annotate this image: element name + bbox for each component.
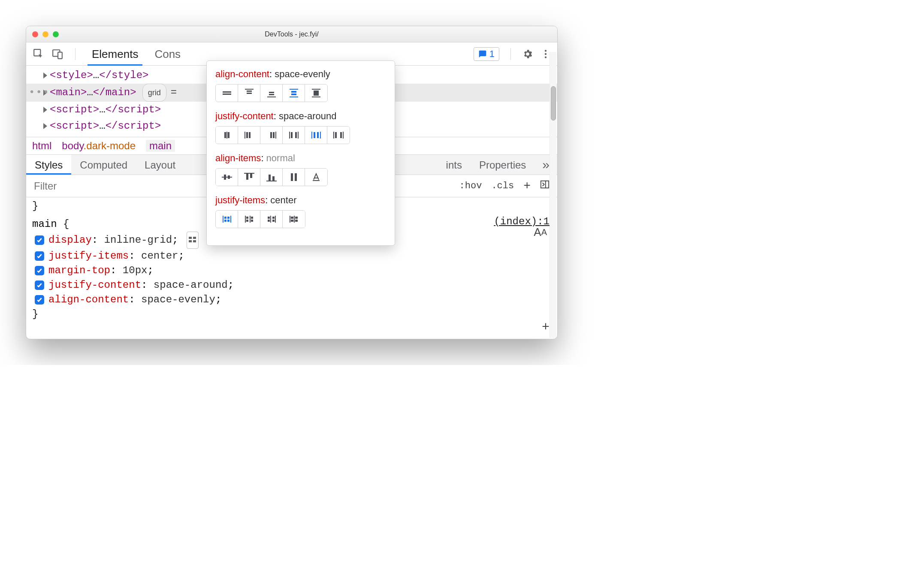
justify-content-option-5-icon[interactable] bbox=[327, 127, 350, 144]
mac-titlebar: DevTools - jec.fyi/ bbox=[26, 26, 557, 42]
expand-caret-icon[interactable] bbox=[43, 72, 47, 78]
feedback-button[interactable]: 1 bbox=[474, 47, 499, 61]
svg-rect-36 bbox=[289, 132, 290, 139]
align-content-option-0-icon[interactable] bbox=[216, 84, 238, 102]
new-style-rule-button[interactable]: + bbox=[523, 179, 531, 193]
css-property: align-content bbox=[48, 294, 129, 305]
inspect-element-icon[interactable] bbox=[33, 48, 44, 60]
svg-rect-67 bbox=[246, 220, 248, 222]
justify-items-option-3-icon[interactable] bbox=[283, 211, 305, 228]
subtab-properties[interactable]: Properties bbox=[471, 155, 534, 175]
checkbox-icon[interactable] bbox=[35, 235, 44, 245]
subtab-computed[interactable]: Computed bbox=[71, 155, 136, 175]
svg-rect-49 bbox=[224, 175, 226, 180]
svg-rect-43 bbox=[320, 132, 321, 139]
toggle-computed-sidebar-icon[interactable] bbox=[540, 180, 550, 192]
expand-caret-icon[interactable] bbox=[43, 123, 47, 129]
svg-rect-79 bbox=[291, 220, 293, 222]
svg-rect-35 bbox=[275, 132, 276, 139]
svg-point-3 bbox=[545, 50, 547, 51]
expand-caret-icon[interactable] bbox=[43, 107, 47, 113]
justify-items-option-1-icon[interactable] bbox=[238, 211, 260, 228]
hov-toggle[interactable]: :hov bbox=[459, 181, 482, 191]
source-link[interactable]: (index):1 bbox=[494, 214, 550, 229]
svg-rect-68 bbox=[250, 216, 251, 223]
crumb-html[interactable]: html bbox=[32, 140, 51, 152]
vertical-scrollbar[interactable] bbox=[550, 52, 556, 338]
scrollbar-thumb-icon[interactable] bbox=[551, 86, 556, 121]
popup-prop: justify-content bbox=[215, 111, 274, 121]
svg-rect-71 bbox=[270, 216, 271, 223]
justify-content-option-1-icon[interactable] bbox=[238, 127, 260, 144]
settings-gear-icon[interactable] bbox=[522, 48, 533, 60]
closing-brace: } bbox=[32, 307, 551, 322]
crumb-body[interactable]: body.dark-mode bbox=[62, 140, 136, 152]
css-value: center bbox=[141, 250, 178, 262]
align-items-option-1-icon[interactable] bbox=[238, 169, 260, 186]
svg-rect-11 bbox=[193, 240, 196, 242]
grid-editor-popup: align-content: space-evenlyjustify-conte… bbox=[206, 60, 395, 246]
svg-rect-6 bbox=[541, 181, 549, 188]
justify-content-option-3-icon[interactable] bbox=[283, 127, 305, 144]
align-items-option-3-icon[interactable] bbox=[283, 169, 305, 186]
svg-rect-8 bbox=[189, 237, 192, 239]
justify-content-option-2-icon[interactable] bbox=[260, 127, 283, 144]
align-content-option-2-icon[interactable] bbox=[260, 84, 283, 102]
justify-items-option-0-icon[interactable] bbox=[216, 211, 238, 228]
justify-items-option-2-icon[interactable] bbox=[260, 211, 283, 228]
popup-section-align-content: align-content: space-evenly bbox=[215, 69, 386, 102]
align-items-option-0-icon[interactable] bbox=[216, 169, 238, 186]
add-declaration-button[interactable]: + bbox=[542, 320, 550, 335]
css-property: justify-content bbox=[48, 279, 141, 291]
align-items-option-2-icon[interactable] bbox=[260, 169, 283, 186]
popup-label: justify-content: space-around bbox=[215, 111, 386, 122]
toggle-device-toolbar-icon[interactable] bbox=[52, 48, 63, 60]
svg-rect-73 bbox=[268, 220, 270, 222]
declaration-row[interactable]: justify-content: space-around; bbox=[32, 278, 551, 293]
svg-rect-10 bbox=[189, 240, 192, 242]
justify-content-option-0-icon[interactable] bbox=[216, 127, 238, 144]
align-content-option-4-icon[interactable] bbox=[305, 84, 327, 102]
align-items-option-4-icon[interactable] bbox=[305, 169, 327, 186]
declaration-row[interactable]: justify-items: center; bbox=[32, 249, 551, 263]
svg-rect-65 bbox=[245, 216, 246, 223]
svg-rect-12 bbox=[223, 91, 231, 93]
popup-section-justify-items: justify-items: center bbox=[215, 195, 386, 228]
declaration-row[interactable]: align-content: space-evenly; bbox=[32, 293, 551, 307]
overflow-ellipsis-icon[interactable]: ••• bbox=[29, 84, 50, 101]
dom-tag-open: <script> bbox=[50, 102, 99, 118]
svg-rect-40 bbox=[311, 132, 312, 139]
svg-rect-46 bbox=[340, 132, 342, 138]
grid-editor-icon[interactable] bbox=[187, 232, 199, 249]
feedback-count: 1 bbox=[489, 48, 495, 60]
toolbar-separator bbox=[510, 48, 511, 60]
svg-rect-37 bbox=[291, 132, 293, 138]
declaration-row[interactable]: margin-top: 10px; bbox=[32, 263, 551, 278]
dom-trail: = bbox=[171, 84, 177, 101]
svg-rect-60 bbox=[230, 216, 231, 223]
tab-console[interactable]: Cons bbox=[150, 42, 185, 66]
checkbox-icon[interactable] bbox=[35, 280, 44, 290]
subtab-layout[interactable]: Layout bbox=[136, 155, 184, 175]
subtab-styles[interactable]: Styles bbox=[26, 155, 71, 175]
checkbox-icon[interactable] bbox=[35, 266, 44, 275]
popup-icon-row bbox=[215, 168, 328, 186]
align-content-option-1-icon[interactable] bbox=[238, 84, 260, 102]
justify-content-option-4-icon[interactable] bbox=[305, 127, 327, 144]
svg-rect-44 bbox=[333, 132, 334, 139]
svg-rect-24 bbox=[312, 89, 320, 90]
popup-section-align-items: align-items: normal bbox=[215, 153, 386, 186]
svg-rect-53 bbox=[250, 174, 252, 178]
subtab-breakpoints-trunc[interactable]: ints bbox=[438, 155, 471, 175]
checkbox-icon[interactable] bbox=[35, 251, 44, 261]
tab-elements[interactable]: Elements bbox=[88, 42, 142, 66]
checkbox-icon[interactable] bbox=[35, 295, 44, 305]
align-content-option-3-icon[interactable] bbox=[283, 84, 305, 102]
layout-badge-grid[interactable]: grid bbox=[142, 84, 166, 102]
dom-tag-open: <style> bbox=[50, 67, 93, 84]
css-value: space-around bbox=[154, 279, 228, 291]
svg-rect-64 bbox=[227, 220, 229, 222]
svg-rect-81 bbox=[295, 217, 298, 219]
crumb-main[interactable]: main bbox=[146, 140, 175, 152]
cls-toggle[interactable]: .cls bbox=[491, 181, 514, 191]
